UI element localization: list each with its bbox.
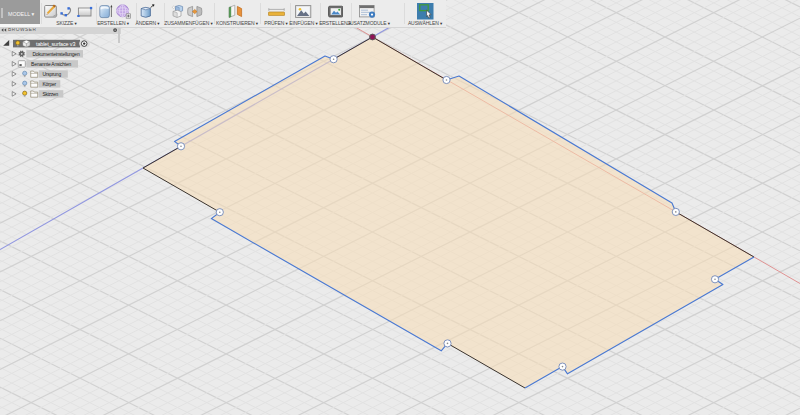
svg-text:Körper: Körper <box>42 82 56 87</box>
svg-text:Benannte Ansichten: Benannte Ansichten <box>31 62 71 67</box>
svg-text:Ursprung: Ursprung <box>42 72 61 77</box>
svg-text:Dokumenteinstellungen: Dokumenteinstellungen <box>33 52 80 57</box>
svg-text:Skizzen: Skizzen <box>42 92 58 97</box>
svg-text:tablet_surface v3: tablet_surface v3 <box>36 41 75 47</box>
